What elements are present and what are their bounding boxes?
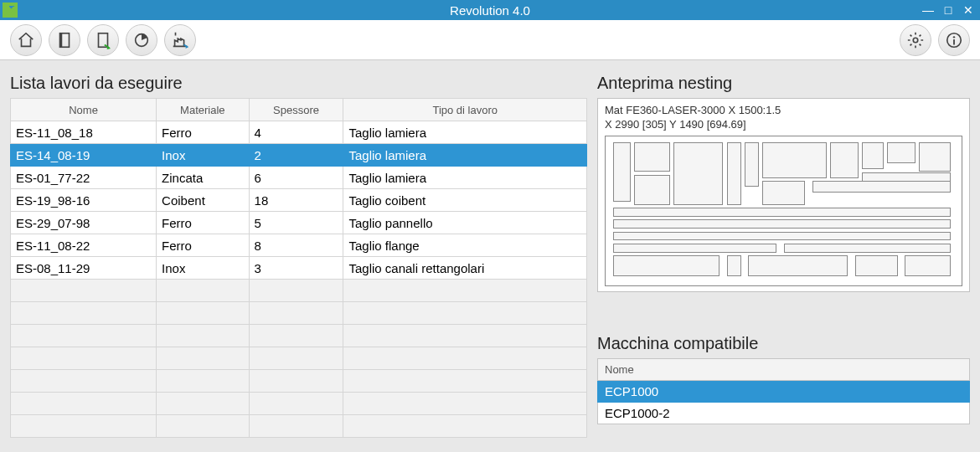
cell[interactable]: 18 [249, 189, 343, 212]
cell-empty [343, 370, 587, 393]
titlebar: Revolution 4.0 — □ ✕ [0, 0, 980, 20]
jobs-title: Lista lavori da eseguire [10, 74, 587, 93]
table-row[interactable]: ECP1000-2 [598, 402, 970, 424]
document-icon [55, 31, 74, 49]
cell-empty [11, 347, 157, 370]
cell-empty [343, 302, 587, 325]
jobs-header-materiale[interactable]: Materiale [157, 99, 249, 121]
cell[interactable]: 2 [249, 144, 343, 167]
factory-icon [171, 31, 189, 49]
table-row[interactable]: ECP1000 [598, 380, 970, 402]
cell[interactable]: ES-19_98-16 [11, 189, 157, 212]
table-row[interactable]: ES-14_08-19Inox2Taglio lamiera [11, 144, 587, 167]
cell[interactable]: Inox [157, 257, 249, 280]
cell[interactable]: Taglio flange [343, 234, 587, 257]
cell[interactable]: Inox [157, 144, 249, 167]
table-row[interactable]: ES-11_08-22Ferro8Taglio flange [11, 234, 587, 257]
cell[interactable]: 6 [249, 167, 343, 189]
cell[interactable]: Ferro [157, 121, 249, 144]
cell-empty [249, 302, 343, 325]
cell-empty [249, 347, 343, 370]
cell[interactable]: Ferro [157, 234, 249, 257]
cell[interactable]: Taglio pannello [343, 212, 587, 234]
preview-line1: Mat FE360-LASER-3000 X 1500:1.5 [605, 104, 962, 118]
jobs-header-nome[interactable]: Nome [11, 99, 157, 121]
cell[interactable]: Taglio canali rettangolari [343, 257, 587, 280]
app-logo-icon [0, 0, 20, 20]
cell[interactable]: 8 [249, 234, 343, 257]
machines-header-nome[interactable]: Nome [598, 358, 970, 380]
jobs-table[interactable]: Nome Materiale Spessore Tipo di lavoro E… [10, 98, 587, 438]
cell-empty [343, 280, 587, 302]
pie-chart-icon [132, 31, 151, 49]
preview-title: Anteprima nesting [597, 74, 970, 93]
info-icon [945, 31, 963, 49]
table-row-empty[interactable] [11, 302, 587, 325]
svg-rect-1 [60, 33, 63, 47]
content-area: Lista lavori da eseguire Nome Materiale … [0, 60, 980, 452]
cell[interactable]: Taglio lamiera [343, 167, 587, 189]
cell-empty [11, 325, 157, 347]
cell[interactable]: ES-29_07-98 [11, 212, 157, 234]
table-row-empty[interactable] [11, 325, 587, 347]
table-row-empty[interactable] [11, 415, 587, 438]
close-button[interactable]: ✕ [962, 3, 975, 17]
cell[interactable]: Ferro [157, 212, 249, 234]
new-document-icon [94, 31, 112, 49]
cell[interactable]: Taglio lamiera [343, 121, 587, 144]
cell[interactable]: 5 [249, 212, 343, 234]
cell[interactable]: Taglio lamiera [343, 144, 587, 167]
jobs-header-spessore[interactable]: Spessore [249, 99, 343, 121]
cell[interactable]: ECP1000 [598, 380, 970, 402]
cell[interactable]: 4 [249, 121, 343, 144]
toolbar [0, 20, 980, 60]
svg-point-8 [953, 36, 955, 38]
cell-empty [249, 415, 343, 438]
cell-empty [11, 393, 157, 415]
document-button[interactable] [49, 24, 80, 56]
table-row[interactable]: ES-08_11-29Inox3Taglio canali rettangola… [11, 257, 587, 280]
jobs-pane: Lista lavori da eseguire Nome Materiale … [10, 74, 587, 452]
cell[interactable]: ES-11_08-22 [11, 234, 157, 257]
cell[interactable]: 3 [249, 257, 343, 280]
svg-point-6 [913, 38, 918, 43]
cell[interactable]: Zincata [157, 167, 249, 189]
minimize-button[interactable]: — [921, 3, 935, 17]
svg-rect-9 [953, 39, 955, 44]
machines-table[interactable]: Nome ECP1000ECP1000-2 [597, 358, 970, 424]
cell[interactable]: ES-01_77-22 [11, 167, 157, 189]
cell[interactable]: ES-11_08_18 [11, 121, 157, 144]
table-row-empty[interactable] [11, 347, 587, 370]
cell-empty [157, 302, 249, 325]
table-row[interactable]: ES-11_08_18Ferro4Taglio lamiera [11, 121, 587, 144]
cell[interactable]: ES-14_08-19 [11, 144, 157, 167]
cell[interactable]: Coibent [157, 189, 249, 212]
machines-title: Macchina compatibile [597, 334, 970, 353]
table-row-empty[interactable] [11, 393, 587, 415]
cell[interactable]: Taglio coibent [343, 189, 587, 212]
jobs-header-tipo[interactable]: Tipo di lavoro [343, 99, 587, 121]
preview-box: Mat FE360-LASER-3000 X 1500:1.5 X 2990 [… [597, 98, 970, 292]
settings-button[interactable] [900, 24, 931, 56]
new-document-button[interactable] [87, 24, 119, 56]
table-row-empty[interactable] [11, 280, 587, 302]
cell-empty [11, 370, 157, 393]
maximize-button[interactable]: □ [941, 3, 955, 17]
table-row[interactable]: ES-29_07-98Ferro5Taglio pannello [11, 212, 587, 234]
cell-empty [157, 325, 249, 347]
table-row[interactable]: ES-19_98-16Coibent18Taglio coibent [11, 189, 587, 212]
table-row-empty[interactable] [11, 370, 587, 393]
info-button[interactable] [938, 24, 970, 56]
cell[interactable]: ECP1000-2 [598, 402, 970, 424]
right-pane: Anteprima nesting Mat FE360-LASER-3000 X… [597, 74, 970, 452]
factory-button[interactable] [164, 24, 196, 56]
cell-empty [249, 280, 343, 302]
nesting-preview[interactable] [605, 136, 962, 286]
cell[interactable]: ES-08_11-29 [11, 257, 157, 280]
cell-empty [343, 393, 587, 415]
cell-empty [157, 415, 249, 438]
home-button[interactable] [10, 24, 42, 56]
chart-button[interactable] [126, 24, 157, 56]
table-row[interactable]: ES-01_77-22Zincata6Taglio lamiera [11, 167, 587, 189]
cell-empty [343, 325, 587, 347]
